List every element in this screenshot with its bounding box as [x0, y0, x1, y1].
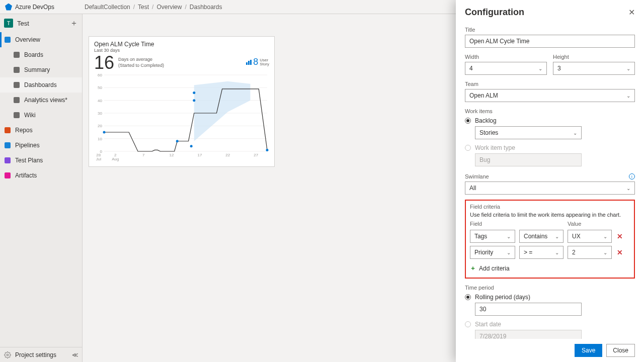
label-timeperiod: Time period: [465, 285, 635, 291]
close-button[interactable]: Close: [606, 344, 635, 357]
sidebar-item-overview[interactable]: Overview: [0, 32, 82, 47]
project-settings[interactable]: Project settings ≪: [0, 347, 83, 362]
config-title: Configuration: [465, 7, 628, 18]
criteria-value-select[interactable]: UX⌄: [568, 230, 612, 243]
label-width: Width: [465, 54, 547, 60]
svg-text:12: 12: [170, 153, 174, 157]
sidebar-item-label: Analytics views*: [24, 97, 67, 104]
sidebar-item-label: Dashboards: [24, 81, 57, 88]
backlog-select[interactable]: Stories⌄: [475, 126, 582, 139]
svg-text:7: 7: [142, 153, 145, 157]
title-input[interactable]: [465, 35, 635, 48]
label-criteria: Field criteria: [470, 204, 630, 210]
project-icon: T: [4, 19, 13, 28]
svg-text:20: 20: [98, 124, 102, 128]
gear-icon: [4, 351, 11, 358]
criteria-desc: Use field criteria to limit the work ite…: [470, 212, 630, 218]
svg-point-10: [7, 354, 9, 356]
svg-rect-8: [5, 157, 11, 163]
radio-startdate[interactable]: Start date: [465, 321, 635, 328]
svg-text:10: 10: [98, 137, 102, 141]
radio-icon: [465, 118, 471, 124]
rolling-days-input[interactable]: [475, 303, 582, 316]
breadcrumb-overview[interactable]: Overview: [156, 4, 182, 11]
radio-icon: [465, 145, 471, 151]
dashboards-icon: [13, 81, 20, 88]
svg-rect-4: [14, 97, 20, 103]
sidebar-item-label: Pipelines: [15, 142, 40, 149]
sidebar-item-analytics[interactable]: Analytics views*: [0, 93, 82, 108]
add-criteria-button[interactable]: ＋ Add criteria: [470, 264, 630, 273]
breadcrumb-dashboards[interactable]: Dashboards: [190, 4, 222, 11]
criteria-delete-icon[interactable]: ✕: [616, 232, 624, 240]
chevron-down-icon: ⌄: [507, 250, 511, 255]
criteria-op-select[interactable]: Contains⌄: [519, 230, 564, 243]
brand[interactable]: Azure DevOps: [0, 4, 59, 11]
sidebar-item-wiki[interactable]: Wiki: [0, 108, 82, 123]
svg-rect-3: [14, 82, 20, 88]
label-title: Title: [465, 27, 635, 33]
radio-icon: [465, 294, 471, 300]
brand-icon: [5, 4, 12, 11]
height-select[interactable]: 3⌄: [553, 62, 635, 75]
sidebar-item-testplans[interactable]: Test Plans: [0, 153, 82, 168]
criteria-delete-icon[interactable]: ✕: [616, 248, 624, 256]
sidebar-item-label: Repos: [15, 127, 33, 134]
widget-title: Open ALM Cycle Time: [94, 41, 269, 48]
start-date-disabled: 7/28/2019: [475, 330, 582, 339]
criteria-op-select[interactable]: > =⌄: [519, 246, 564, 259]
sidebar-item-label: Artifacts: [15, 172, 37, 179]
overview-icon: [4, 36, 11, 43]
big-number-desc: Days on average(Started to Completed): [118, 54, 164, 68]
chevron-down-icon: ⌄: [626, 93, 630, 99]
svg-point-35: [176, 140, 179, 142]
chevron-down-icon: ⌄: [573, 130, 577, 136]
radio-icon: [465, 321, 471, 327]
sidebar-item-dashboards[interactable]: Dashboards: [0, 77, 82, 93]
svg-point-37: [193, 92, 195, 94]
sidebar-item-label: Boards: [24, 51, 43, 58]
sidebar-item-pipelines[interactable]: Pipelines: [0, 138, 82, 153]
cycle-time-widget[interactable]: Open ALM Cycle Time Last 30 days 16 Days…: [89, 36, 275, 167]
svg-point-34: [103, 131, 106, 134]
cycle-time-chart: 010203040506028Jul2Aug712172227: [93, 73, 270, 163]
label-height: Height: [553, 54, 635, 60]
breadcrumbs: DefaultCollection/Test/Overview/Dashboar…: [85, 4, 222, 11]
breadcrumb-defaultcollection[interactable]: DefaultCollection: [85, 4, 130, 11]
collapse-icon[interactable]: ≪: [72, 351, 78, 358]
big-number: 16: [94, 54, 114, 72]
wiki-icon: [13, 112, 20, 119]
add-icon[interactable]: ＋: [70, 18, 78, 29]
swimlane-select[interactable]: All⌄: [465, 182, 635, 195]
sidebar: T Test ＋ OverviewBoardsSummaryDashboards…: [0, 14, 83, 362]
field-criteria-box: Field criteria Use field criteria to lim…: [465, 200, 635, 279]
criteria-field-select[interactable]: Priority⌄: [470, 246, 515, 259]
width-select[interactable]: 4⌄: [465, 62, 547, 75]
sidebar-item-label: Summary: [24, 66, 50, 73]
svg-rect-1: [14, 52, 20, 58]
sidebar-item-repos[interactable]: Repos: [0, 123, 82, 138]
project-header[interactable]: T Test ＋: [0, 14, 82, 32]
plus-icon: ＋: [470, 264, 476, 273]
team-select[interactable]: Open ALM⌄: [465, 89, 635, 102]
sidebar-item-artifacts[interactable]: Artifacts: [0, 168, 82, 183]
breadcrumb-test[interactable]: Test: [138, 4, 149, 11]
sidebar-item-summary[interactable]: Summary: [0, 62, 82, 77]
sidebar-item-boards[interactable]: Boards: [0, 47, 82, 62]
close-icon[interactable]: ✕: [628, 8, 635, 17]
widget-legend: 8 UserStory: [246, 57, 269, 67]
chevron-down-icon: ⌄: [626, 186, 630, 191]
info-icon[interactable]: i: [629, 173, 635, 179]
criteria-field-select[interactable]: Tags⌄: [470, 230, 515, 243]
chevron-down-icon: ⌄: [603, 234, 607, 239]
radio-backlog[interactable]: Backlog: [465, 117, 635, 124]
radio-rolling[interactable]: Rolling period (days): [465, 294, 635, 301]
project-name: Test: [17, 20, 29, 27]
save-button[interactable]: Save: [575, 344, 602, 357]
svg-point-36: [190, 145, 193, 147]
chevron-down-icon: ⌄: [507, 234, 511, 239]
criteria-value-select[interactable]: 2⌄: [568, 246, 612, 259]
radio-wit[interactable]: Work item type: [465, 144, 635, 151]
legend-count: 8: [253, 57, 258, 67]
repos-icon: [4, 127, 11, 134]
